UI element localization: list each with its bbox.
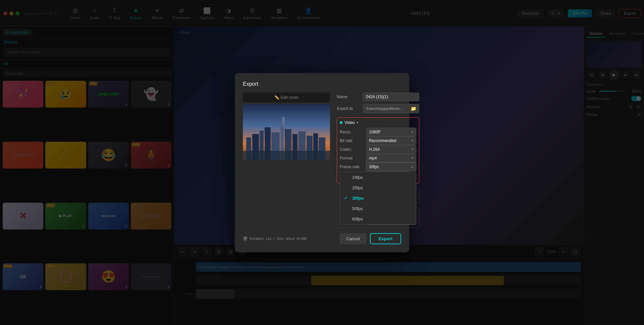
cancel-button[interactable]: Cancel: [339, 233, 366, 244]
framerate-option-label: 50fps: [352, 206, 363, 211]
resolution-select[interactable]: 1080P ▾: [366, 128, 416, 136]
modal-footer: 🎬 Duration: 11s | Size: about 16 MB Canc…: [243, 233, 401, 244]
format-value: mp4: [369, 156, 377, 160]
export-button[interactable]: Export: [370, 233, 401, 244]
path-text: /Users/topgus/Movie...: [366, 107, 402, 111]
film-icon: 🎬: [243, 237, 248, 241]
bitrate-row: Bit rate Recommended ▾: [340, 136, 416, 145]
name-row: Name: [337, 92, 419, 101]
export-to-label: Export to: [337, 106, 360, 111]
footer-info: 🎬 Duration: 11s | Size: about 16 MB: [243, 237, 307, 241]
resolution-label: Resol...: [340, 130, 363, 134]
codec-chevron-icon: ▾: [412, 147, 413, 151]
framerate-option-30[interactable]: ✓ 30fps: [340, 193, 416, 203]
modal-overlay: Export ✏️ Edit cover: [0, 0, 644, 325]
modal-title: Export: [243, 81, 401, 87]
framerate-option-label: 25fps: [352, 185, 363, 190]
video-chevron-icon[interactable]: ▾: [357, 121, 358, 124]
framerate-option-24[interactable]: 24fps: [340, 172, 416, 183]
resolution-row: Resol... 1080P ▾: [340, 128, 416, 136]
resolution-chevron-icon: ▾: [412, 130, 413, 134]
framerate-chevron-icon: ▴: [412, 165, 413, 169]
footer-buttons: Cancel Export: [339, 233, 401, 244]
bitrate-select[interactable]: Recommended ▾: [366, 136, 416, 145]
video-dot: [340, 121, 342, 124]
modal-body: ✏️ Edit cover: [243, 92, 401, 228]
framerate-label: Frame rate: [340, 165, 363, 169]
bitrate-chevron-icon: ▾: [412, 139, 413, 142]
video-section: Video ▾ Resol... 1080P ▾ Bit rate Recom: [337, 117, 419, 184]
name-label: Name: [337, 94, 360, 99]
edit-cover-label: Edit cover: [281, 95, 299, 100]
framerate-select[interactable]: 30fps ▴: [366, 162, 416, 171]
check-icon: ✓: [344, 196, 350, 200]
format-chevron-icon: ▾: [412, 156, 413, 160]
modal-preview: ✏️ Edit cover: [243, 92, 330, 228]
resolution-value: 1080P: [369, 130, 381, 134]
framerate-option-label: 24fps: [352, 175, 363, 180]
edit-cover-icon: ✏️: [274, 95, 279, 100]
framerate-row: Frame rate 30fps ▴ 24fps: [340, 162, 416, 171]
codec-row: Codec H.264 ▾: [340, 145, 416, 154]
size-label: Size: about 16 MB: [276, 237, 307, 241]
modal-form: Name Export to /Users/topgus/Movie... 📁 …: [337, 92, 419, 228]
format-label: Format: [340, 156, 363, 160]
bitrate-label: Bit rate: [340, 138, 363, 143]
framerate-option-label: 60fps: [352, 216, 363, 221]
framerate-value: 30fps: [369, 165, 379, 169]
name-input[interactable]: [363, 92, 419, 101]
framerate-option-50[interactable]: 50fps: [340, 203, 416, 214]
codec-value: H.264: [369, 147, 380, 152]
framerate-dropdown: 24fps 25fps ✓ 30fps: [340, 172, 416, 224]
video-label: Video: [344, 120, 355, 125]
duration-label: Duration: 11s: [250, 237, 271, 241]
codec-select[interactable]: H.264 ▾: [366, 145, 416, 154]
framerate-option-60[interactable]: 60fps: [340, 214, 416, 224]
folder-icon[interactable]: 📁: [411, 106, 416, 111]
edit-cover-button[interactable]: ✏️ Edit cover: [243, 92, 330, 103]
format-row: Format mp4 ▾: [340, 154, 416, 162]
export-to-row: Export to /Users/topgus/Movie... 📁: [337, 104, 419, 113]
video-header: Video ▾: [340, 120, 416, 125]
export-modal: Export ✏️ Edit cover: [235, 73, 409, 252]
framerate-option-label: 30fps: [352, 196, 364, 201]
bitrate-value: Recommended: [369, 138, 396, 143]
svg-rect-15: [243, 151, 330, 160]
svg-rect-14: [282, 122, 285, 127]
format-select[interactable]: mp4 ▾: [366, 154, 416, 162]
preview-image: [243, 104, 330, 160]
framerate-option-25[interactable]: 25fps: [340, 183, 416, 193]
separator: |: [273, 237, 274, 241]
city-skyline-svg: [243, 104, 330, 160]
codec-label: Codec: [340, 147, 363, 152]
export-path[interactable]: /Users/topgus/Movie... 📁: [363, 104, 419, 113]
